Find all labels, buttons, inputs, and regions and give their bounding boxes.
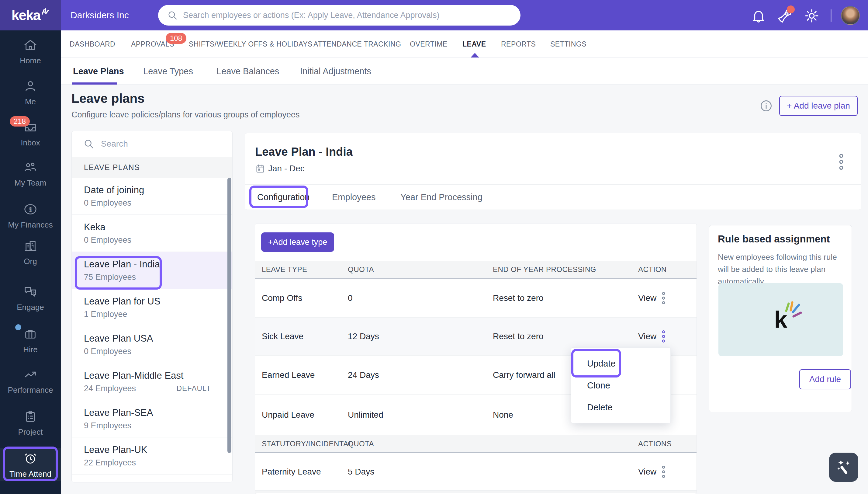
cell-quota: 5 Days	[348, 453, 374, 490]
list-item-leave-plan-usa[interactable]: Leave Plan USA 0 Employees	[72, 326, 232, 363]
sidebar-item-my-finances[interactable]: $ My Finances	[0, 199, 61, 232]
alarm-clock-icon	[23, 451, 37, 466]
k-mark-sparks-icon	[784, 301, 803, 319]
plans-search[interactable]	[72, 131, 232, 157]
user-avatar[interactable]	[841, 6, 860, 25]
nav-reports[interactable]: REPORTS	[501, 31, 536, 58]
tab-leave-plans[interactable]: Leave Plans	[73, 58, 124, 84]
cell-eoy: Carry forward all	[493, 356, 555, 394]
plans-search-input[interactable]	[101, 139, 223, 149]
tab-leave-types[interactable]: Leave Types	[143, 58, 193, 84]
bell-icon	[751, 8, 766, 23]
settings-button[interactable]	[803, 7, 820, 24]
nav-dashboard[interactable]: DASHBOARD	[70, 31, 115, 58]
keka-logo[interactable]: keka	[0, 0, 61, 31]
list-scrollbar[interactable]	[228, 178, 231, 453]
row-context-menu: Update Clone Delete	[571, 347, 671, 423]
add-rule-button[interactable]: Add rule	[799, 369, 851, 390]
rule-panel-illustration: k	[718, 283, 843, 356]
sidebar-label: Inbox	[21, 138, 40, 148]
sidebar-label: My Team	[15, 178, 46, 188]
list-item-leave-plan-for-us[interactable]: Leave Plan for US 1 Employee	[72, 289, 232, 326]
kebab-icon	[839, 153, 844, 170]
cell-leave-type: Sick Leave	[262, 318, 303, 355]
add-leave-type-button[interactable]: +Add leave type	[261, 232, 334, 252]
active-subtab-underline	[72, 82, 117, 84]
plan-name: Keka	[84, 222, 223, 233]
table-row-comp-offs: Comp Offs 0 Reset to zero View	[255, 279, 696, 318]
menu-item-update[interactable]: Update	[571, 353, 670, 375]
add-leave-plan-button[interactable]: + Add leave plan	[779, 96, 858, 116]
notifications-button[interactable]	[750, 7, 767, 24]
plan-name: Date of joining	[84, 185, 223, 195]
sidebar-item-project[interactable]: Project	[0, 406, 61, 439]
cell-quota: Unlimited	[348, 395, 383, 435]
module-nav: DASHBOARD APPROVALS 108 SHIFTS/WEEKLY OF…	[61, 31, 868, 58]
assistant-fab-button[interactable]	[829, 453, 858, 482]
tab-initial-adjustments[interactable]: Initial Adjustments	[300, 58, 371, 84]
view-link[interactable]: View	[638, 279, 656, 317]
sidebar-item-inbox[interactable]: 218 Inbox	[0, 117, 61, 150]
plan-name: Leave Plan for US	[84, 296, 223, 307]
tab-year-end-processing[interactable]: Year End Processing	[400, 184, 482, 210]
nav-shifts[interactable]: SHIFTS/WEEKLY OFFS & HOLIDAYS	[189, 31, 313, 58]
global-search-input[interactable]	[183, 11, 511, 20]
list-item-keka[interactable]: Keka 0 Employees	[72, 215, 232, 252]
kebab-icon	[662, 465, 666, 478]
sidebar-item-engage[interactable]: Engage	[0, 282, 61, 315]
sidebar-item-me[interactable]: Me	[0, 76, 61, 109]
rule-panel-title: Rule based assignment	[718, 233, 830, 245]
list-item-leave-plan-uk[interactable]: Leave Plan-UK 22 Employees	[72, 437, 232, 475]
hire-notification-dot	[15, 324, 21, 330]
nav-overtime[interactable]: OVERTIME	[410, 31, 448, 58]
plan-kebab-menu-button[interactable]	[837, 153, 846, 171]
plan-meta: 9 Employees	[84, 421, 223, 431]
global-search[interactable]	[158, 5, 520, 25]
view-link[interactable]: View	[638, 453, 656, 490]
row-kebab-button[interactable]	[662, 453, 666, 490]
list-item-leave-plan-sea[interactable]: Leave Plan-SEA 9 Employees	[72, 400, 232, 437]
inbox-count-badge: 218	[10, 116, 30, 127]
gear-icon	[804, 8, 820, 24]
leave-subnav: Leave Plans Leave Types Leave Balances I…	[61, 58, 868, 84]
sidebar-item-home[interactable]: Home	[0, 35, 61, 68]
sidebar-item-hire[interactable]: Hire	[0, 324, 61, 357]
active-tab-caret	[471, 53, 479, 57]
next-section-edge	[255, 491, 696, 493]
home-icon	[23, 38, 37, 52]
row-kebab-button[interactable]	[662, 279, 666, 317]
sidebar-label: Project	[18, 428, 43, 437]
col-eoy: END OF YEAR PROCESSING	[493, 261, 596, 278]
sidebar-item-performance[interactable]: Performance	[0, 364, 61, 397]
tab-configuration[interactable]: Configuration	[257, 184, 310, 210]
list-item-leave-plan-middle-east[interactable]: Leave Plan-Middle East 24 Employees DEFA…	[72, 363, 232, 400]
nav-settings[interactable]: SETTINGS	[550, 31, 587, 58]
list-item-date-of-joining[interactable]: Date of joining 0 Employees	[72, 178, 232, 215]
menu-item-delete[interactable]: Delete	[571, 396, 670, 418]
menu-item-clone[interactable]: Clone	[571, 375, 670, 396]
cell-quota: 0	[348, 279, 353, 317]
sidebar-item-time-attend[interactable]: Time Attend	[0, 449, 61, 481]
whats-new-button[interactable]	[776, 7, 793, 24]
team-icon	[23, 160, 37, 174]
plan-name: Leave Plan USA	[84, 333, 223, 344]
sidebar-item-org[interactable]: Org	[0, 236, 61, 269]
col-statutory: STATUTORY/INCIDENTAL	[262, 435, 352, 452]
page-info-button[interactable]	[760, 99, 773, 113]
brand-text: keka	[12, 7, 40, 23]
notification-dot	[787, 5, 795, 13]
nav-attendance-tracking[interactable]: ATTENDANCE TRACKING	[313, 31, 401, 58]
cell-quota: 24 Days	[348, 356, 379, 394]
rule-panel-description: New employees following this rule will b…	[718, 251, 842, 287]
sidebar-label: Engage	[17, 303, 44, 312]
info-icon	[760, 99, 773, 113]
tab-leave-balances[interactable]: Leave Balances	[216, 58, 279, 84]
plans-list-header: LEAVE PLANS	[72, 157, 232, 178]
tab-employees[interactable]: Employees	[332, 184, 375, 210]
list-item-leave-plan-india[interactable]: Leave Plan - India 75 Employees	[72, 252, 232, 289]
default-badge: DEFAULT	[177, 384, 211, 393]
plan-meta: 0 Employees	[84, 347, 223, 356]
sidebar-item-my-team[interactable]: My Team	[0, 157, 61, 190]
cell-leave-type: Paternity Leave	[262, 453, 321, 490]
person-icon	[23, 79, 37, 93]
